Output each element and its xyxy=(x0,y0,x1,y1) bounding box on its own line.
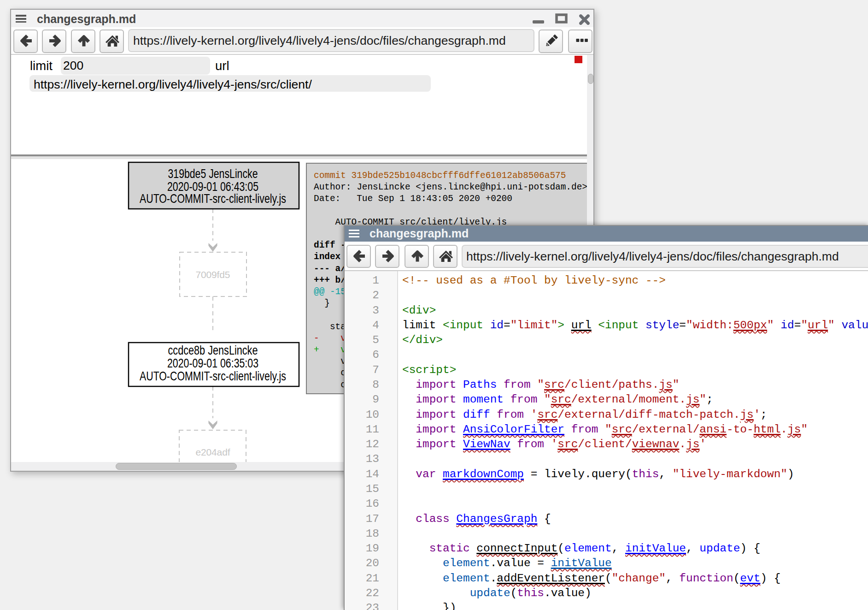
svg-text:7009fd5: 7009fd5 xyxy=(196,269,230,280)
svg-text:AUTO-COMMIT-src-client-lively.: AUTO-COMMIT-src-client-lively.js xyxy=(140,191,286,206)
svg-text:AUTO-COMMIT-src-client-lively.: AUTO-COMMIT-src-client-lively.js xyxy=(140,369,286,383)
svg-text:ccdce8b JensLincke: ccdce8b JensLincke xyxy=(168,343,258,357)
svg-text:e204adf: e204adf xyxy=(196,447,230,457)
svg-text:319bde5 JensLincke: 319bde5 JensLincke xyxy=(168,166,258,181)
svg-text:2020-09-01 06:35:03: 2020-09-01 06:35:03 xyxy=(167,356,258,370)
